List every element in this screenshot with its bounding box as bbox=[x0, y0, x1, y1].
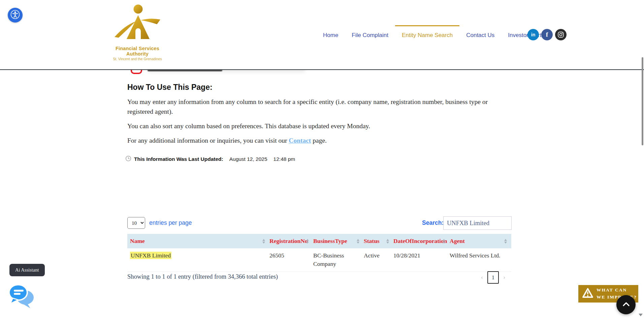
pagination: ‹ 1 › bbox=[481, 271, 505, 284]
site-header: Financial Services Authority St. Vincent… bbox=[0, 0, 644, 70]
instructions-paragraph-2: You can also sort any column based on pr… bbox=[127, 121, 506, 131]
accessibility-icon bbox=[10, 9, 20, 21]
last-updated-label: This Information Was Last Updated: bbox=[134, 156, 223, 162]
column-header-registrationno-label: RegistrationNo bbox=[269, 238, 308, 244]
column-header-status[interactable]: Status bbox=[361, 234, 391, 248]
column-header-agent[interactable]: Agent bbox=[447, 234, 509, 248]
table-row[interactable]: UNFXB Limited 26505 BC-Business Company … bbox=[127, 248, 511, 272]
page-section-heading: How To Use This Page: bbox=[127, 83, 213, 92]
cell-status: Active bbox=[361, 248, 391, 272]
entries-per-page-label: entries per page bbox=[149, 219, 192, 226]
scroll-to-top-button[interactable] bbox=[616, 295, 636, 314]
nav-item-file-complaint[interactable]: File Complaint bbox=[345, 25, 395, 39]
search-input[interactable] bbox=[443, 216, 512, 230]
cell-agent: Wilfred Services Ltd. bbox=[447, 248, 509, 272]
nav-item-home[interactable]: Home bbox=[316, 25, 345, 39]
instructions-paragraph-1: You may enter any information from any c… bbox=[127, 97, 506, 117]
contact-link[interactable]: Contact bbox=[289, 137, 311, 144]
cell-registrationno: 26505 bbox=[267, 248, 311, 272]
chat-bubbles-icon bbox=[8, 304, 35, 310]
column-header-dateofincorporation-label: DateOfIncorporation bbox=[393, 238, 447, 244]
column-header-dateofincorporation[interactable]: DateOfIncorporation bbox=[391, 234, 447, 248]
column-header-name[interactable]: Name bbox=[127, 234, 267, 248]
linkedin-icon[interactable]: in bbox=[527, 29, 539, 40]
instagram-icon[interactable] bbox=[555, 29, 567, 40]
logo-title: Financial Services Authority bbox=[107, 46, 168, 57]
warning-icon bbox=[582, 288, 593, 300]
pagination-page-1-button[interactable]: 1 bbox=[487, 271, 499, 284]
cell-businesstype: BC-Business Company bbox=[311, 248, 361, 272]
instructions-paragraph-3: For any additional information or inquir… bbox=[127, 136, 506, 145]
sort-icon[interactable] bbox=[443, 239, 445, 244]
last-updated-time: 12:48 pm bbox=[273, 156, 295, 162]
paragraph3-suffix: page. bbox=[311, 137, 327, 144]
sort-icon[interactable] bbox=[306, 239, 309, 244]
logo[interactable]: Financial Services Authority St. Vincent… bbox=[107, 4, 168, 61]
ai-assistant-tooltip: Ai Assistant bbox=[9, 264, 45, 276]
accessibility-button[interactable] bbox=[8, 8, 23, 23]
sort-icon[interactable] bbox=[504, 239, 507, 244]
chat-assistant-button[interactable] bbox=[8, 282, 35, 309]
pagination-prev-button[interactable]: ‹ bbox=[481, 274, 483, 281]
fsa-logo-icon bbox=[113, 39, 162, 45]
column-header-name-label: Name bbox=[130, 238, 145, 244]
main-nav: Home File Complaint Entity Name Search C… bbox=[316, 25, 551, 39]
facebook-icon[interactable]: f bbox=[541, 29, 553, 40]
last-updated-date: August 12, 2025 bbox=[229, 156, 267, 162]
nav-item-entity-name-search[interactable]: Entity Name Search bbox=[395, 25, 459, 39]
chevron-up-icon bbox=[622, 302, 630, 308]
search-label: Search: bbox=[422, 219, 444, 226]
table-summary: Showing 1 to 1 of 1 entry (filtered from… bbox=[127, 273, 278, 280]
column-header-status-label: Status bbox=[364, 238, 380, 244]
sort-icon[interactable] bbox=[262, 239, 265, 244]
feedback-line-1: WHAT CAN bbox=[597, 287, 637, 294]
nav-item-contact-us[interactable]: Contact Us bbox=[459, 25, 501, 39]
social-links: in f bbox=[527, 29, 567, 40]
pagination-next-button[interactable]: › bbox=[503, 274, 505, 281]
column-header-businesstype-label: BusinessType bbox=[313, 238, 347, 244]
logo-subtitle: St. Vincent and the Grenadines bbox=[107, 57, 168, 61]
column-header-businesstype[interactable]: BusinessType bbox=[311, 234, 361, 248]
entries-per-page-select[interactable]: 10 bbox=[127, 217, 145, 229]
scrollbar-thumb[interactable] bbox=[642, 57, 643, 145]
last-updated-row: This Information Was Last Updated: Augus… bbox=[125, 155, 295, 163]
cell-name: UNFXB Limited bbox=[127, 248, 267, 272]
paragraph3-prefix: For any additional information or inquir… bbox=[127, 137, 289, 144]
column-header-agent-label: Agent bbox=[450, 238, 465, 244]
sort-icon[interactable] bbox=[386, 239, 389, 244]
column-header-registrationno[interactable]: RegistrationNo bbox=[267, 234, 311, 248]
sort-icon[interactable] bbox=[357, 239, 359, 244]
scrollbar-down-arrow[interactable] bbox=[639, 314, 643, 316]
search-highlight: UNFXB Limited bbox=[130, 252, 171, 259]
clock-icon bbox=[125, 155, 131, 163]
cell-dateofincorporation: 10/28/2021 bbox=[391, 248, 447, 272]
table-header-row: Name RegistrationNo BusinessType Status … bbox=[127, 234, 511, 248]
